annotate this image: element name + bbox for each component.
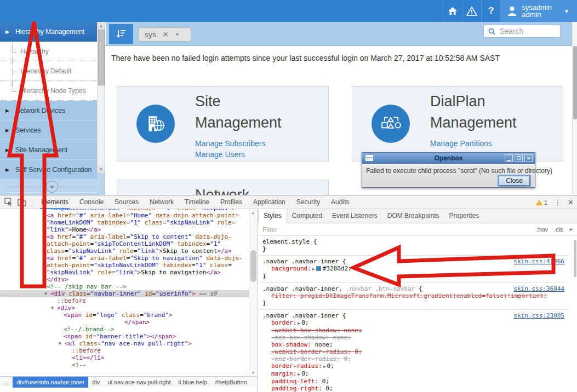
dom-tree-line[interactable]: ::before <box>0 297 249 304</box>
dom-tree-line[interactable]: <!-- <box>0 361 249 368</box>
sidebar-subitem[interactable]: Hierarchy Default <box>0 61 97 81</box>
devtools-close-icon[interactable]: ✕ <box>568 198 574 206</box>
dialog-close-button[interactable]: Close <box>499 176 530 186</box>
dom-tree-line[interactable]: <span id="banner-title"></span> <box>0 333 249 340</box>
breadcrumb-item[interactable]: #helpButton <box>211 377 251 388</box>
sidebar-subitem[interactable]: Hierarchy <box>0 42 97 61</box>
add-style-button[interactable]: + <box>569 226 573 233</box>
expand-toggle-icon[interactable]: ▼ <box>44 290 47 297</box>
devtools-tab[interactable]: Network <box>144 195 179 209</box>
sidebar-scrollbar[interactable]: ▲ ▼ <box>97 22 105 173</box>
user-caret-icon[interactable]: ▼ <box>564 8 569 14</box>
css-property[interactable]: box-shadow:▶ none; <box>262 341 564 348</box>
sidebar-section[interactable]: ▶Services <box>0 120 97 140</box>
dom-tree-line[interactable]: ▼<div> <box>0 304 249 312</box>
expand-arrow-icon[interactable]: ▶ <box>296 372 301 377</box>
devtools-tab[interactable]: Elements <box>36 195 74 209</box>
devtools-tab[interactable]: Timeline <box>179 195 215 209</box>
tab-close-icon[interactable]: ✕ <box>163 31 168 38</box>
styles-pane-tab[interactable]: Styles <box>258 209 287 223</box>
device-toolbar-icon[interactable] <box>18 198 26 206</box>
css-source-link[interactable]: skin.css:36044 <box>513 285 564 292</box>
dom-tree-line[interactable]: </div> <box>0 276 249 283</box>
help-button[interactable]: ? <box>481 0 500 22</box>
devtools-tab[interactable]: Audits <box>325 195 355 209</box>
css-property[interactable]: -moz-border-radius:▶ 0; <box>262 355 564 362</box>
tab-sys[interactable]: sys ✕ ▼ <box>139 27 191 42</box>
home-button[interactable] <box>443 0 462 22</box>
breadcrumb-item[interactable]: div <box>88 377 104 388</box>
minimize-icon[interactable]: ▁ <box>505 154 513 162</box>
dom-tree-line[interactable]: ▼<ul class="nav ace-nav pull-right"> <box>0 340 249 347</box>
devtools-tab[interactable]: Sources <box>109 195 144 209</box>
css-property[interactable]: border-radius:▶0; <box>262 362 564 370</box>
expand-arrow-icon[interactable]: ▶ <box>311 267 316 272</box>
dom-tree-line[interactable]: <a href="#" aria-label="Skip to navigati… <box>0 255 249 262</box>
styles-pane-tab[interactable]: Event Listeners <box>327 209 382 223</box>
elements-scroll-thumb[interactable] <box>250 250 256 282</box>
dom-tree-line[interactable]: </span> <box>0 319 249 326</box>
dom-tree-line[interactable]: <li></li> <box>0 354 249 361</box>
card-link[interactable]: Manage Subscribers <box>195 138 265 149</box>
dom-tree-line[interactable]: class="skipNavLink" role="link">Skip to … <box>0 247 249 255</box>
user-menu[interactable]: sysadmin admin ▼ <box>500 0 577 22</box>
styles-pane-tab[interactable]: Computed <box>287 209 327 223</box>
dom-tree-line[interactable]: "link">Home</a> <box>0 226 249 233</box>
scroll-up-icon[interactable]: ▲ <box>98 22 105 30</box>
css-property[interactable]: filter:▶ progid:DXImageTransform.Microso… <box>262 292 564 299</box>
dom-tree-line[interactable]: <a href="#" aria-label="Home" data-dojo-… <box>0 212 249 219</box>
dom-tree-line[interactable]: attach-point="skipToContentLinkDOM" tabi… <box>0 240 249 247</box>
dom-tree-line[interactable]: <!--/.brand--> <box>0 326 249 333</box>
css-source-link[interactable]: skin.css:41466 <box>513 258 564 265</box>
card-link[interactable]: Manage Users <box>195 149 265 160</box>
alerts-button[interactable] <box>462 0 481 22</box>
devtools-tab[interactable]: Profiles <box>215 195 248 209</box>
devtools-tab[interactable]: Application <box>248 195 291 209</box>
inspect-element-icon[interactable] <box>4 198 13 206</box>
sidebar-section[interactable]: ▶Site Management <box>0 140 97 160</box>
main-scroll-thumb[interactable] <box>573 46 577 119</box>
hov-toggle[interactable]: :hov <box>536 226 548 233</box>
sidebar-subitem[interactable]: Hierarchy Node Types <box>0 81 97 101</box>
card-link[interactable]: Manage Partitions <box>430 138 492 149</box>
sidebar-scroll-thumb[interactable] <box>98 30 105 85</box>
console-warning-badge[interactable]: 1 <box>536 199 547 206</box>
sidebar-collapse-button[interactable]: « <box>46 181 58 193</box>
dom-tree-line[interactable]: ▼<div class="navbar-inner" id="userinfo"… <box>0 290 249 297</box>
sidebar-item-hierarchy-management[interactable]: ▶Hierarchy Management <box>0 22 97 42</box>
css-property[interactable]: padding-left:▶ 0; <box>262 378 564 385</box>
dom-tree-line[interactable]: <span id="logo" class="brand"> <box>0 312 249 319</box>
dom-tree-line[interactable]: <a href="#" aria-label="Skip to content"… <box>0 233 249 240</box>
css-property[interactable]: -webkit-border-radius:▶ 0; <box>262 348 564 355</box>
tab-caret-icon[interactable]: ▼ <box>175 32 180 37</box>
css-property[interactable]: margin:▶0; <box>262 370 564 378</box>
styles-scroll-thumb[interactable] <box>574 240 576 277</box>
css-property[interactable]: -moz-box-shadow:▶ none; <box>262 334 564 341</box>
main-scrollbar[interactable] <box>572 22 577 195</box>
css-selector[interactable]: element.style { <box>262 238 564 245</box>
css-property[interactable]: padding-right:▶ 0; <box>262 385 564 392</box>
color-swatch[interactable] <box>316 266 321 271</box>
css-source-link[interactable]: skin.css:23005 <box>513 312 564 319</box>
dom-tree-line[interactable]: <!-- /skip nav bar --> <box>0 283 249 290</box>
dashboard-card[interactable]: DialPlanManagementManage Partitions <box>352 86 562 162</box>
css-property[interactable]: background:▶#3280d2; <box>262 265 564 273</box>
styles-pane-tab[interactable]: DOM Breakpoints <box>382 209 444 223</box>
dom-tree-line[interactable]: "skipNavLink" role="link">Skip to naviga… <box>0 269 249 276</box>
breadcrumb-item[interactable]: li.blue.help <box>175 377 212 388</box>
expand-arrow-icon[interactable]: ▶ <box>322 364 327 369</box>
search-input[interactable]: Search <box>483 25 561 38</box>
elements-scrollbar[interactable]: ▲ ▼ <box>249 209 257 376</box>
styles-scrollbar[interactable] <box>573 236 577 392</box>
sort-button[interactable] <box>109 24 133 44</box>
breadcrumb-item[interactable]: ul.nav.ace-nav.pull-right <box>104 377 174 388</box>
devtools-tab[interactable]: Console <box>74 195 109 209</box>
dashboard-card[interactable]: SiteManagementManage SubscribersManage U… <box>117 86 329 162</box>
expand-arrow-icon[interactable]: ▶ <box>296 321 301 326</box>
dom-tree-line[interactable]: ::before <box>0 347 249 354</box>
styles-pane-tab[interactable]: Properties <box>444 209 484 223</box>
scroll-up-icon[interactable]: ▲ <box>249 209 257 216</box>
breadcrumb-item[interactable]: ... <box>0 377 13 388</box>
expand-toggle-icon[interactable]: ▼ <box>59 340 61 347</box>
close-icon[interactable]: ✕ <box>524 154 533 162</box>
